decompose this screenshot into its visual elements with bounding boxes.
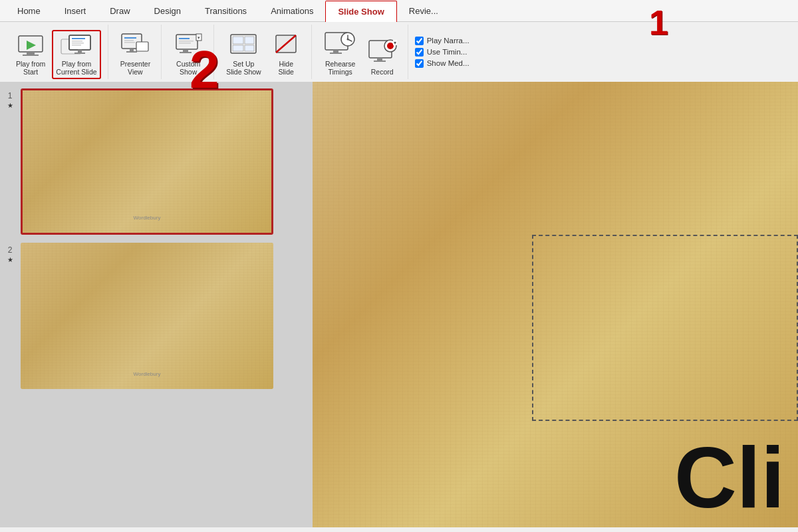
slide-panel[interactable]: 1 ★ Wordlebury 2 ★ Wordlebury bbox=[0, 82, 313, 527]
svg-rect-7 bbox=[72, 38, 85, 39]
svg-rect-12 bbox=[74, 53, 85, 54]
svg-text:▾: ▾ bbox=[394, 40, 396, 46]
svg-rect-27 bbox=[179, 43, 191, 44]
rehearse-timings-button[interactable]: RehearseTimings bbox=[320, 29, 361, 79]
play-narration-checkbox-item[interactable]: Play Narra... bbox=[415, 37, 469, 45]
slide-big-text: Cli bbox=[674, 434, 785, 521]
play-from-start-button[interactable]: Play fromStart bbox=[12, 30, 49, 79]
svg-text:▾: ▾ bbox=[198, 35, 200, 40]
show-media-checkbox[interactable] bbox=[415, 59, 424, 68]
play-from-current-label: Play fromCurrent Slide bbox=[56, 60, 96, 76]
record-button[interactable]: ▾ Record bbox=[364, 37, 401, 79]
svg-rect-26 bbox=[179, 41, 194, 42]
ribbon-checkboxes: Play Narra... Use Timin... Show Med... bbox=[410, 25, 475, 79]
svg-rect-25 bbox=[179, 38, 190, 39]
ribbon-group-play: Play fromStart bbox=[5, 25, 108, 79]
app-body: 1 ★ Wordlebury 2 ★ Wordlebury Cli bbox=[0, 82, 798, 527]
play-narration-label: Play Narra... bbox=[427, 37, 469, 45]
main-slide-content: Cli bbox=[313, 82, 798, 527]
use-timings-checkbox[interactable] bbox=[415, 48, 424, 57]
svg-point-46 bbox=[387, 43, 394, 49]
hide-slide-button[interactable]: HideSlide bbox=[268, 30, 305, 79]
svg-rect-18 bbox=[124, 40, 134, 41]
use-timings-checkbox-item[interactable]: Use Timin... bbox=[415, 48, 469, 57]
selection-rectangle bbox=[532, 235, 798, 421]
tab-slideshow[interactable]: Slide Show bbox=[325, 1, 396, 22]
ribbon: 1 2 Home Insert Draw Design Transitions … bbox=[0, 0, 798, 82]
svg-marker-3 bbox=[27, 41, 36, 50]
ribbon-group-presenter: PresenterView bbox=[110, 25, 162, 79]
custom-buttons: ▾ CustomShow bbox=[170, 25, 207, 79]
show-media-label: Show Med... bbox=[427, 59, 469, 67]
play-from-current-button[interactable]: Play fromCurrent Slide bbox=[52, 30, 100, 79]
svg-rect-20 bbox=[176, 35, 198, 49]
hide-slide-icon bbox=[273, 33, 299, 58]
record-label: Record bbox=[371, 68, 394, 76]
record-buttons: RehearseTimings bbox=[320, 25, 401, 79]
svg-rect-43 bbox=[377, 58, 382, 61]
svg-rect-31 bbox=[233, 45, 243, 51]
svg-rect-15 bbox=[126, 51, 137, 53]
svg-rect-9 bbox=[72, 43, 84, 44]
tab-draw[interactable]: Draw bbox=[98, 0, 142, 21]
main-slide-area: Cli bbox=[313, 82, 798, 527]
papyrus-texture-1 bbox=[23, 90, 271, 233]
setup-buttons: Set UpSlide Show HideSlide bbox=[222, 25, 305, 79]
set-up-slide-show-button[interactable]: Set UpSlide Show bbox=[222, 30, 265, 79]
svg-rect-32 bbox=[245, 45, 254, 51]
slide-number-2: 2 ★ bbox=[3, 243, 17, 263]
show-media-checkbox-item[interactable]: Show Med... bbox=[415, 59, 469, 68]
presenter-view-button[interactable]: PresenterView bbox=[116, 30, 155, 79]
use-timings-label: Use Timin... bbox=[427, 48, 467, 56]
svg-rect-29 bbox=[233, 37, 243, 44]
svg-rect-22 bbox=[180, 52, 192, 53]
play-start-icon bbox=[16, 33, 45, 58]
custom-show-button[interactable]: ▾ CustomShow bbox=[170, 30, 207, 79]
papyrus-texture-2 bbox=[21, 243, 273, 389]
svg-rect-17 bbox=[124, 37, 136, 39]
svg-rect-30 bbox=[245, 37, 254, 44]
ribbon-group-record: RehearseTimings bbox=[313, 25, 408, 79]
svg-rect-16 bbox=[136, 42, 148, 51]
slide-number-1: 1 ★ bbox=[3, 88, 17, 109]
ribbon-tabs: Home Insert Draw Design Transitions Anim… bbox=[0, 0, 798, 22]
slide-thumb-text-2: Wordlebury bbox=[134, 371, 161, 377]
svg-rect-8 bbox=[72, 41, 82, 42]
svg-rect-19 bbox=[124, 42, 135, 43]
slide-thumbnail-1[interactable]: Wordlebury bbox=[21, 88, 273, 235]
tab-home[interactable]: Home bbox=[5, 0, 53, 21]
slide-thumb-text-1: Wordlebury bbox=[134, 215, 161, 221]
tab-design[interactable]: Design bbox=[142, 0, 193, 21]
custom-show-label: CustomShow bbox=[176, 60, 200, 76]
svg-rect-2 bbox=[23, 55, 39, 56]
svg-rect-10 bbox=[72, 45, 81, 46]
ribbon-group-custom: ▾ CustomShow bbox=[163, 25, 214, 79]
ribbon-content: Play fromStart bbox=[0, 22, 798, 82]
list-item: 2 ★ Wordlebury bbox=[3, 243, 309, 389]
svg-rect-44 bbox=[374, 61, 386, 62]
rehearse-timings-icon bbox=[324, 31, 357, 58]
ribbon-group-setup: Set UpSlide Show HideSlide bbox=[215, 25, 312, 79]
tab-insert[interactable]: Insert bbox=[53, 0, 98, 21]
play-buttons: Play fromStart bbox=[12, 25, 101, 79]
tab-animations[interactable]: Animations bbox=[259, 0, 325, 21]
play-current-icon bbox=[60, 33, 93, 58]
play-from-start-label: Play fromStart bbox=[16, 60, 45, 76]
svg-point-41 bbox=[346, 38, 348, 40]
presenter-view-label: PresenterView bbox=[120, 60, 151, 76]
svg-rect-11 bbox=[78, 50, 82, 53]
hide-slide-label: HideSlide bbox=[279, 60, 294, 76]
play-narration-checkbox[interactable] bbox=[415, 37, 424, 45]
slide-thumbnail-2[interactable]: Wordlebury bbox=[21, 243, 273, 389]
setup-slide-show-label: Set UpSlide Show bbox=[226, 60, 261, 76]
svg-rect-14 bbox=[130, 49, 134, 51]
rehearse-timings-label: RehearseTimings bbox=[325, 60, 356, 76]
tab-transitions[interactable]: Transitions bbox=[193, 0, 259, 21]
presenter-view-icon bbox=[120, 33, 150, 58]
tab-review[interactable]: Revie... bbox=[397, 0, 450, 21]
svg-rect-21 bbox=[183, 49, 188, 52]
svg-rect-36 bbox=[333, 50, 338, 53]
svg-rect-1 bbox=[27, 52, 35, 55]
svg-rect-37 bbox=[330, 53, 342, 54]
custom-show-icon: ▾ bbox=[174, 33, 203, 58]
